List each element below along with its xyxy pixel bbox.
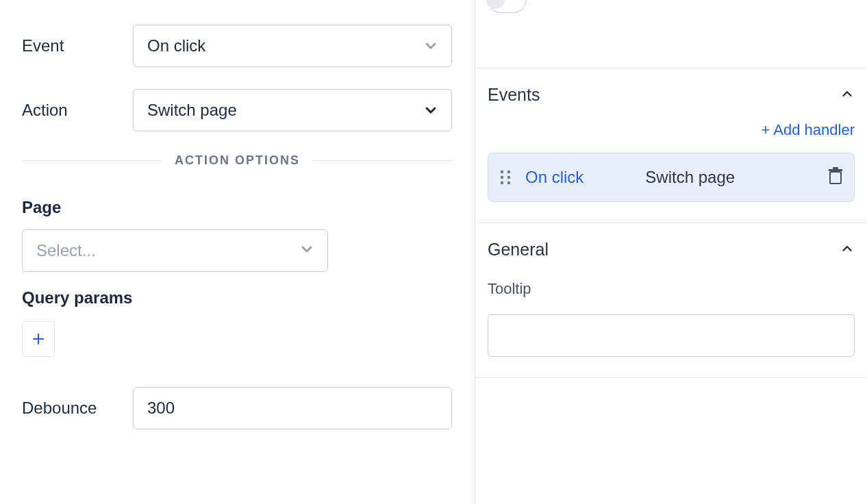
add-query-param-button[interactable]	[22, 321, 55, 357]
page-select[interactable]: Select...	[22, 229, 328, 272]
chevron-down-icon	[423, 38, 439, 54]
inspector-pane: Events + Add handler On	[475, 0, 867, 504]
debounce-row: Debounce 300	[22, 387, 453, 429]
event-label: Event	[22, 36, 133, 55]
add-handler-button[interactable]: + Add handler	[488, 121, 855, 139]
event-select-value: On click	[134, 36, 205, 55]
action-options-header: ACTION OPTIONS	[161, 153, 314, 168]
events-section-header[interactable]: Events	[488, 85, 855, 105]
page-label: Page	[22, 198, 453, 217]
tooltip-input[interactable]	[488, 314, 855, 357]
chevron-up-icon	[840, 241, 855, 259]
app-layout: Event On click Action Switch page ACTION…	[0, 0, 867, 504]
handler-config-pane: Event On click Action Switch page ACTION…	[0, 0, 475, 504]
action-row: Action Switch page	[22, 89, 453, 131]
svg-rect-6	[830, 172, 841, 184]
chevron-down-icon	[299, 241, 315, 260]
svg-point-0	[501, 171, 503, 173]
debounce-value: 300	[147, 399, 175, 418]
action-select[interactable]: Switch page	[133, 89, 452, 131]
general-section-header[interactable]: General	[488, 240, 855, 260]
debounce-input[interactable]: 300	[133, 387, 452, 429]
svg-rect-7	[829, 169, 842, 171]
handler-action-name: Switch page	[645, 168, 828, 187]
delete-handler-button[interactable]	[828, 167, 843, 188]
inspector-top-area	[475, 0, 867, 68]
handler-event-name: On click	[525, 168, 583, 187]
divider-line	[314, 160, 453, 161]
events-section-title: Events	[488, 85, 540, 105]
events-section: Events + Add handler On	[475, 68, 867, 223]
plus-icon	[32, 333, 45, 345]
handler-card[interactable]: On click Switch page	[488, 153, 855, 202]
debounce-label: Debounce	[22, 399, 133, 418]
trash-icon	[828, 167, 843, 188]
event-select[interactable]: On click	[133, 25, 452, 67]
svg-point-5	[507, 181, 510, 184]
svg-rect-8	[833, 167, 838, 169]
chevron-up-icon	[840, 86, 855, 104]
action-label: Action	[22, 101, 133, 120]
svg-point-2	[501, 176, 503, 179]
drag-handle-icon[interactable]	[499, 168, 512, 186]
toggle-switch[interactable]	[488, 0, 527, 13]
general-section-title: General	[488, 240, 549, 260]
svg-point-1	[507, 171, 510, 173]
action-select-value: Switch page	[134, 101, 237, 120]
action-options-divider: ACTION OPTIONS	[22, 153, 453, 168]
event-row: Event On click	[22, 25, 453, 67]
divider-line	[22, 160, 161, 161]
query-params-label: Query params	[22, 288, 453, 307]
svg-point-3	[507, 176, 510, 179]
tooltip-label: Tooltip	[488, 280, 855, 298]
chevron-down-icon	[423, 102, 439, 118]
general-section: General Tooltip	[475, 223, 867, 378]
page-select-placeholder: Select...	[23, 241, 96, 260]
svg-point-4	[501, 181, 503, 184]
